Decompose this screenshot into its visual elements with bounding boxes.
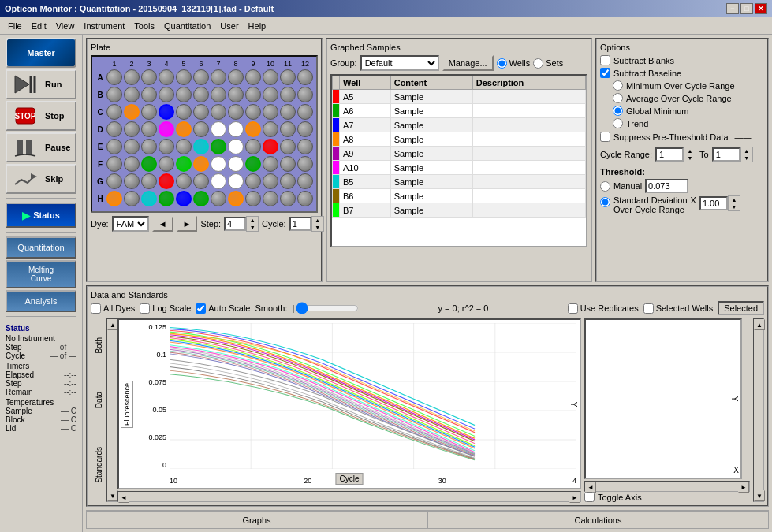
skip-button[interactable]: Skip (6, 164, 76, 194)
well-A10[interactable] (263, 69, 278, 85)
left-scrollbar[interactable]: ▲ ▼ (106, 318, 117, 502)
right-scroll-right[interactable]: ► (738, 482, 749, 493)
scroll-up-btn[interactable]: ▲ (107, 319, 118, 330)
table-row[interactable]: A7Sample (333, 118, 586, 132)
cycle-to-up[interactable]: ▲ (741, 147, 752, 154)
manual-value-input[interactable] (645, 179, 688, 193)
well-H4[interactable] (159, 191, 174, 206)
well-D5[interactable] (176, 121, 192, 137)
standards-label[interactable]: Standards (95, 447, 103, 483)
wells-radio-label[interactable]: Wells (497, 58, 531, 69)
well-A9[interactable] (245, 69, 261, 85)
scroll-down-btn[interactable]: ▼ (107, 490, 118, 501)
well-C8[interactable] (228, 104, 244, 120)
menu-file[interactable]: File (3, 20, 27, 32)
well-G1[interactable] (106, 173, 122, 189)
menu-view[interactable]: View (51, 20, 80, 32)
cycle-down[interactable]: ▼ (312, 224, 323, 231)
well-H6[interactable] (193, 191, 209, 206)
well-H3[interactable] (141, 191, 157, 206)
main-chart[interactable]: Fluorescence 0.125 0.1 0.075 0.05 0.025 … (117, 318, 581, 489)
well-C6[interactable] (193, 104, 209, 120)
menu-edit[interactable]: Edit (27, 20, 51, 32)
table-row[interactable]: A5Sample (333, 90, 586, 104)
dye-prev[interactable]: ◄ (152, 216, 173, 232)
well-G9[interactable] (245, 173, 261, 189)
analysis-button[interactable]: Analysis (6, 290, 76, 312)
step-input[interactable] (224, 217, 246, 231)
well-H11[interactable] (280, 191, 296, 206)
well-E1[interactable] (106, 139, 122, 154)
well-D12[interactable] (297, 121, 313, 137)
well-A8[interactable] (228, 69, 244, 85)
well-D7[interactable] (211, 121, 226, 137)
well-G6[interactable] (193, 173, 209, 189)
well-H1[interactable] (106, 191, 122, 206)
manual-radio[interactable] (600, 181, 610, 192)
all-dyes-label[interactable]: All Dyes (91, 303, 135, 314)
well-table-container[interactable]: Well Content Description A5SampleA6Sampl… (330, 74, 587, 247)
table-row[interactable]: A9Sample (333, 147, 586, 161)
well-B7[interactable] (211, 87, 226, 102)
well-F11[interactable] (280, 156, 296, 172)
well-G3[interactable] (141, 173, 157, 189)
group-select[interactable]: Default (360, 55, 439, 71)
dye-next[interactable]: ► (177, 216, 198, 232)
well-G12[interactable] (297, 173, 313, 189)
run-button[interactable]: Run (6, 69, 76, 99)
well-E12[interactable] (297, 139, 313, 154)
well-A4[interactable] (159, 69, 174, 85)
cycle-from-down[interactable]: ▼ (684, 154, 696, 162)
well-A3[interactable] (141, 69, 157, 85)
use-replicates-label[interactable]: Use Replicates (568, 303, 639, 314)
all-dyes-cb[interactable] (91, 303, 101, 314)
well-B5[interactable] (176, 87, 192, 102)
wells-radio[interactable] (497, 58, 507, 69)
well-H2[interactable] (124, 191, 140, 206)
auto-scale-cb[interactable] (196, 303, 206, 314)
right-scroll-up[interactable]: ▲ (754, 319, 765, 330)
well-D2[interactable] (124, 121, 140, 137)
well-G4[interactable] (159, 173, 174, 189)
well-B9[interactable] (245, 87, 261, 102)
well-B10[interactable] (263, 87, 278, 102)
sets-radio-label[interactable]: Sets (533, 58, 563, 69)
subtract-baseline-cb[interactable] (600, 68, 610, 78)
well-B3[interactable] (141, 87, 157, 102)
well-H12[interactable] (297, 191, 313, 206)
well-F5[interactable] (176, 156, 192, 172)
close-button[interactable]: ✕ (755, 3, 767, 14)
table-row[interactable]: A8Sample (333, 132, 586, 147)
menu-quantitation[interactable]: Quantitation (159, 20, 215, 32)
well-C9[interactable] (245, 104, 261, 120)
well-A7[interactable] (211, 69, 226, 85)
step-down[interactable]: ▼ (247, 224, 258, 231)
well-E9[interactable] (245, 139, 261, 154)
auto-scale-label[interactable]: Auto Scale (196, 303, 250, 314)
data-label[interactable]: Data (95, 392, 103, 408)
well-H5[interactable] (176, 191, 192, 206)
well-G2[interactable] (124, 173, 140, 189)
well-A12[interactable] (297, 69, 313, 85)
well-B8[interactable] (228, 87, 244, 102)
table-row[interactable]: B7Sample (333, 203, 586, 218)
log-scale-cb[interactable] (140, 303, 150, 314)
minimize-button[interactable]: − (726, 3, 739, 14)
cycle-to-down[interactable]: ▼ (741, 154, 752, 162)
menu-tools[interactable]: Tools (129, 20, 159, 32)
well-F4[interactable] (159, 156, 174, 172)
well-H8[interactable] (228, 191, 244, 206)
well-H10[interactable] (263, 191, 278, 206)
well-C4[interactable] (159, 104, 174, 120)
table-row[interactable]: B6Sample (333, 189, 586, 203)
master-button[interactable]: Master (6, 38, 76, 68)
well-E2[interactable] (124, 139, 140, 154)
selected-wells-cb[interactable] (643, 303, 654, 314)
well-A5[interactable] (176, 69, 192, 85)
well-F8[interactable] (228, 156, 244, 172)
cycle-from-up[interactable]: ▲ (684, 147, 696, 154)
well-E8[interactable] (228, 139, 244, 154)
well-D9[interactable] (245, 121, 261, 137)
table-row[interactable]: B5Sample (333, 175, 586, 189)
avg-over-cycle-radio[interactable] (613, 93, 623, 103)
